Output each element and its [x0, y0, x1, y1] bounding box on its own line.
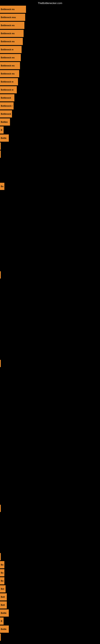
- bar-item: Bottleneck res: [0, 62, 20, 69]
- bar-item: Bo: [0, 183, 4, 190]
- bar-item: Bottleneck: [0, 110, 12, 118]
- bar-item: Bottleneck res: [0, 30, 24, 37]
- bar-label: Bottle: [1, 137, 6, 139]
- bar-item: Bottleneck res: [0, 54, 21, 61]
- bar-label: B: [1, 620, 2, 622]
- bar-label: Bottleneck res: [1, 24, 15, 26]
- bar-label: Bottleneck res: [1, 40, 15, 43]
- bar-label: Bot: [1, 588, 4, 590]
- bar-label: Bo: [1, 564, 3, 566]
- bar-label: Bottleneck res: [1, 32, 15, 34]
- bar-item: [0, 150, 1, 158]
- bar-label: Bottleneck re: [1, 48, 13, 51]
- bar-label: Bottleneck resu: [1, 16, 16, 18]
- bar-item: Bottleneck res: [0, 22, 24, 29]
- bar-label: Bottleneck res: [1, 8, 15, 10]
- bar-label: Bott: [1, 604, 5, 606]
- bar-item: [0, 271, 1, 278]
- bar-item: Bo: [0, 561, 4, 568]
- bar-item: [0, 142, 1, 150]
- bar-label: Bo: [1, 572, 3, 574]
- bar-item: Bottle: [0, 626, 9, 633]
- bar-label: Bottleneck re: [1, 81, 13, 83]
- site-title: TheBottlenecker.com: [38, 2, 62, 5]
- bar-label: Bottleneck: [1, 97, 11, 99]
- bar-item: [0, 634, 1, 641]
- bar-item: Bottleneck res: [0, 70, 19, 77]
- bar-label: Bottle: [1, 612, 6, 614]
- bar-item: Bot: [0, 585, 6, 592]
- bar-label: Bottleneck res: [1, 73, 15, 75]
- bar-item: Bottleneck re: [0, 78, 18, 85]
- bar-label: Bottleneck r: [1, 105, 12, 107]
- bar-label: Bo: [1, 580, 3, 582]
- bar-item: Bottleneck r: [0, 102, 14, 110]
- bar-label: Bottle: [1, 628, 6, 630]
- bar-label: Bo: [1, 185, 3, 188]
- bar-label: Bottleneck res: [1, 64, 15, 67]
- bar-item: Bottle: [0, 610, 9, 617]
- bar-item: [0, 360, 1, 367]
- bar-item: [0, 505, 1, 512]
- bar-item: Bottle: [0, 134, 9, 142]
- bar-label: B: [1, 129, 2, 131]
- bar-item: Bottleneck resu: [0, 14, 25, 21]
- bar-item: Bottleneck res: [0, 38, 23, 45]
- bar-label: Bottleneck: [1, 113, 11, 115]
- bar-item: B: [0, 126, 3, 134]
- bar-item: Bott: [0, 601, 7, 608]
- bar-label: Bottlen: [1, 121, 8, 123]
- bar-label: Bott: [1, 596, 5, 598]
- bar-item: [0, 553, 1, 560]
- bar-item: Bottlen: [0, 118, 10, 126]
- bar-label: Bottleneck re: [1, 89, 13, 91]
- bar-item: Bott: [0, 593, 7, 600]
- bar-label: Bottleneck res: [1, 56, 15, 59]
- bar-item: Bottleneck: [0, 94, 14, 102]
- bar-item: Bottleneck re: [0, 46, 22, 53]
- bar-item: Bo: [0, 577, 4, 584]
- bar-item: B: [0, 618, 3, 625]
- bar-item: Bo: [0, 569, 4, 576]
- bar-item: Bottleneck re: [0, 86, 17, 94]
- bar-item: Bottleneck res: [0, 6, 26, 13]
